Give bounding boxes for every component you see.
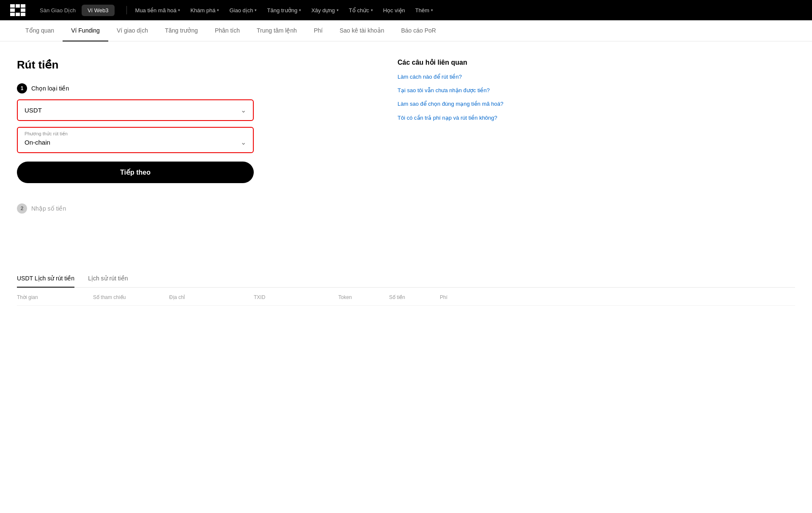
logo-grid xyxy=(10,4,25,16)
page-title: Rút tiền xyxy=(17,58,381,71)
nav-item-hoc-vien[interactable]: Học viện xyxy=(378,5,410,16)
chevron-down-icon: ▾ xyxy=(255,8,257,12)
logo-cell xyxy=(21,4,25,8)
withdrawal-method-inner: Phương thức rút tiền On-chain ⌄ xyxy=(18,128,253,152)
logo-cell xyxy=(16,4,20,8)
nav-divider xyxy=(126,6,127,14)
step2-label: Nhập số tiền xyxy=(31,205,66,212)
top-navigation: Sàn Giao Dịch Ví Web3 Mua tiền mã hoá ▾ … xyxy=(0,0,812,20)
faq-panel: Các câu hỏi liên quan Làm cách nào để rú… xyxy=(398,58,533,253)
step1-badge: 1 xyxy=(17,83,27,93)
tab-trung-tam-lenh[interactable]: Trung tâm lệnh xyxy=(248,20,305,41)
tab-sao-ke-tai-khoan[interactable]: Sao kê tài khoản xyxy=(331,20,393,41)
history-table-header: Thời gian Số tham chiếu Địa chỉ TXID Tok… xyxy=(17,288,795,306)
step2-section: 2 Nhập số tiền xyxy=(17,203,381,214)
logo-cell-empty xyxy=(16,8,20,12)
logo[interactable] xyxy=(8,3,27,17)
chevron-down-icon: ▾ xyxy=(431,8,433,12)
step1-label: Chọn loại tiền xyxy=(31,85,69,92)
currency-value: USDT xyxy=(25,107,42,114)
mode-tabs: Sàn Giao Dịch Ví Web3 xyxy=(34,5,115,16)
tab-phi[interactable]: Phí xyxy=(305,20,331,41)
history-tab-all[interactable]: Lịch sử rút tiền xyxy=(88,270,128,288)
nav-item-mua-tien[interactable]: Mua tiền mã hoá ▾ xyxy=(130,5,186,16)
chevron-down-icon: ▾ xyxy=(371,8,373,12)
tab-tang-truong[interactable]: Tăng trưởng xyxy=(156,20,206,41)
step2-header: 2 Nhập số tiền xyxy=(17,203,381,214)
faq-item-4[interactable]: Tôi có cần trả phí nạp và rút tiền không… xyxy=(398,114,533,122)
logo-cell xyxy=(16,13,20,16)
main-content: Rút tiền 1 Chọn loại tiền USDT ⌄ Phương … xyxy=(0,41,812,253)
faq-item-3[interactable]: Làm sao để chọn đúng mạng tiền mã hoá? xyxy=(398,100,533,108)
faq-title: Các câu hỏi liên quan xyxy=(398,58,533,66)
column-address: Địa chỉ xyxy=(169,294,254,300)
chevron-down-icon: ▾ xyxy=(217,8,219,12)
logo-cell xyxy=(10,13,15,16)
chevron-down-icon: ▾ xyxy=(178,8,180,12)
tab-tong-quan[interactable]: Tổng quan xyxy=(17,20,63,41)
logo-cell xyxy=(21,13,25,16)
main-menu: Mua tiền mã hoá ▾ Khám phá ▾ Giao dịch ▾… xyxy=(130,5,804,16)
chevron-down-icon: ⌄ xyxy=(241,106,246,114)
san-giao-dich-tab[interactable]: Sàn Giao Dịch xyxy=(34,5,82,16)
tab-vi-funding[interactable]: Ví Funding xyxy=(63,20,108,41)
logo-cell xyxy=(10,8,15,12)
column-amount: Số tiền xyxy=(389,294,440,300)
nav-item-kham-pha[interactable]: Khám phá ▾ xyxy=(185,5,224,16)
nav-item-xay-dung[interactable]: Xây dựng ▾ xyxy=(306,5,344,16)
logo-cell xyxy=(21,8,25,12)
nav-item-them[interactable]: Thêm ▾ xyxy=(410,5,438,16)
step1-header: 1 Chọn loại tiền xyxy=(17,83,381,93)
withdrawal-form: Rút tiền 1 Chọn loại tiền USDT ⌄ Phương … xyxy=(17,58,381,253)
withdrawal-method-label: Phương thức rút tiền xyxy=(25,131,246,137)
nav-item-tang-truong[interactable]: Tăng trưởng ▾ xyxy=(262,5,306,16)
currency-select[interactable]: USDT ⌄ xyxy=(17,99,254,121)
column-ref: Số tham chiếu xyxy=(93,294,169,300)
history-tab-usdt[interactable]: USDT Lịch sử rút tiền xyxy=(17,270,74,288)
history-section: USDT Lịch sử rút tiền Lịch sử rút tiền T… xyxy=(0,270,812,323)
tab-bao-cao-por[interactable]: Báo cáo PoR xyxy=(392,20,444,41)
withdrawal-method-select[interactable]: Phương thức rút tiền On-chain ⌄ xyxy=(17,127,254,153)
step1-section: 1 Chọn loại tiền USDT ⌄ Phương thức rút … xyxy=(17,83,381,195)
chevron-down-icon: ▾ xyxy=(337,8,339,12)
faq-item-2[interactable]: Tại sao tôi vẫn chưa nhận được tiền? xyxy=(398,87,533,94)
withdrawal-method-value: On-chain xyxy=(25,139,50,146)
step2-badge: 2 xyxy=(17,203,27,214)
nav-item-giao-dich[interactable]: Giao dịch ▾ xyxy=(224,5,262,16)
nav-item-to-chuc[interactable]: Tổ chức ▾ xyxy=(344,5,378,16)
vi-web3-tab[interactable]: Ví Web3 xyxy=(82,5,115,16)
column-token: Token xyxy=(338,294,389,300)
chevron-down-icon: ▾ xyxy=(299,8,301,12)
chevron-down-icon: ⌄ xyxy=(241,138,246,146)
column-time: Thời gian xyxy=(17,294,93,300)
column-fee: Phí xyxy=(440,294,482,300)
history-tabs: USDT Lịch sử rút tiền Lịch sử rút tiền xyxy=(17,270,795,288)
column-txid: TXID xyxy=(254,294,338,300)
tab-vi-giao-dich[interactable]: Ví giao dịch xyxy=(108,20,156,41)
withdrawal-method-row: On-chain ⌄ xyxy=(25,138,246,146)
tab-phan-tich[interactable]: Phân tích xyxy=(206,20,248,41)
section-navigation: Tổng quan Ví Funding Ví giao dịch Tăng t… xyxy=(0,20,812,41)
next-button[interactable]: Tiếp theo xyxy=(17,162,254,183)
logo-cell xyxy=(10,4,15,8)
faq-item-1[interactable]: Làm cách nào để rút tiền? xyxy=(398,73,533,81)
